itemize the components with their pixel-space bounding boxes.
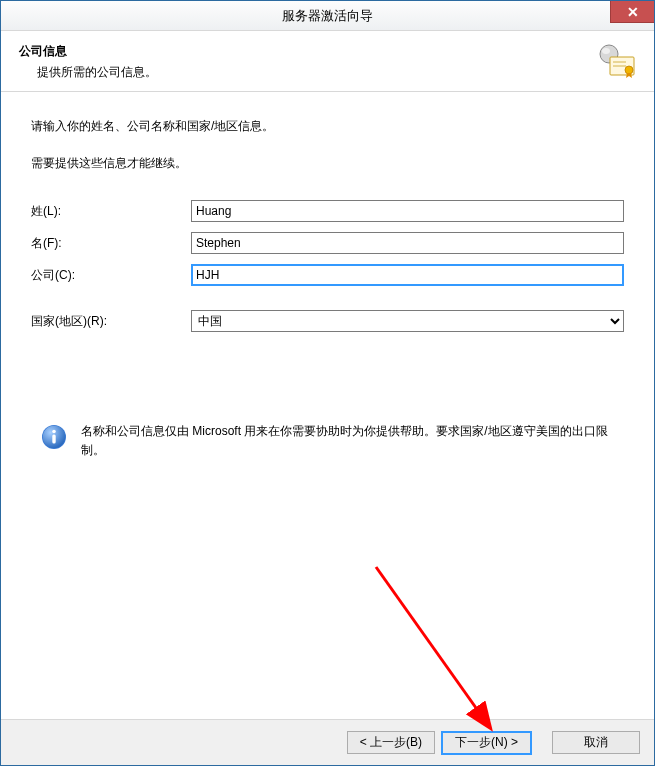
window-title: 服务器激活向导 (282, 7, 373, 25)
footer-buttons: < 上一步(B) 下一步(N) > 取消 (1, 719, 654, 765)
info-icon (41, 424, 67, 450)
svg-point-1 (602, 48, 610, 54)
firstname-input[interactable] (191, 232, 624, 254)
instruction-text-1: 请输入你的姓名、公司名称和国家/地区信息。 (31, 118, 624, 135)
country-label: 国家(地区)(R): (31, 313, 191, 330)
company-label: 公司(C): (31, 267, 191, 284)
header-subtitle: 提供所需的公司信息。 (19, 64, 596, 81)
header-text: 公司信息 提供所需的公司信息。 (19, 43, 596, 81)
body-section: 请输入你的姓名、公司名称和国家/地区信息。 需要提供这些信息才能继续。 姓(L)… (1, 92, 654, 719)
arrow-annotation (371, 562, 501, 732)
country-row: 国家(地区)(R): 中国 (31, 296, 624, 332)
instruction-text-2: 需要提供这些信息才能继续。 (31, 155, 624, 172)
header-section: 公司信息 提供所需的公司信息。 (1, 31, 654, 92)
back-button[interactable]: < 上一步(B) (347, 731, 435, 754)
svg-rect-9 (52, 435, 55, 444)
company-row: 公司(C): (31, 264, 624, 286)
company-input[interactable] (191, 264, 624, 286)
header-title: 公司信息 (19, 43, 596, 60)
info-text: 名称和公司信息仅由 Microsoft 用来在你需要协助时为你提供帮助。要求国家… (81, 422, 614, 460)
svg-point-8 (52, 430, 56, 434)
close-icon: ✕ (627, 4, 639, 20)
lastname-input[interactable] (191, 200, 624, 222)
titlebar: 服务器激活向导 ✕ (1, 1, 654, 31)
certificate-icon (596, 43, 636, 79)
country-select[interactable]: 中国 (191, 310, 624, 332)
firstname-row: 名(F): (31, 232, 624, 254)
next-button[interactable]: 下一步(N) > (441, 731, 532, 755)
lastname-label: 姓(L): (31, 203, 191, 220)
close-button[interactable]: ✕ (610, 1, 654, 23)
svg-line-10 (376, 567, 486, 722)
svg-point-5 (625, 66, 633, 74)
info-row: 名称和公司信息仅由 Microsoft 用来在你需要协助时为你提供帮助。要求国家… (31, 422, 624, 460)
firstname-label: 名(F): (31, 235, 191, 252)
lastname-row: 姓(L): (31, 200, 624, 222)
wizard-window: 服务器激活向导 ✕ 公司信息 提供所需的公司信息。 请输入你的姓名、公司名称和国… (0, 0, 655, 766)
cancel-button[interactable]: 取消 (552, 731, 640, 754)
